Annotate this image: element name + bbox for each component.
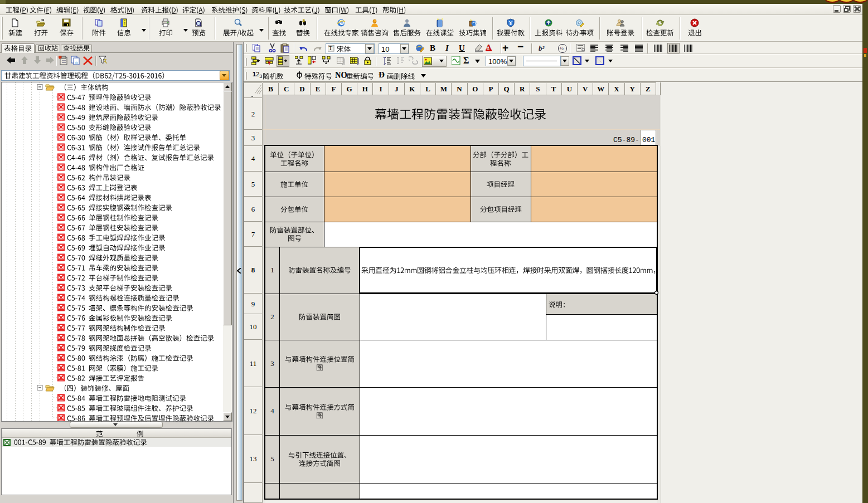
svg-text:⅓: ⅓ — [560, 46, 564, 51]
svg-text:T: T — [329, 45, 333, 51]
